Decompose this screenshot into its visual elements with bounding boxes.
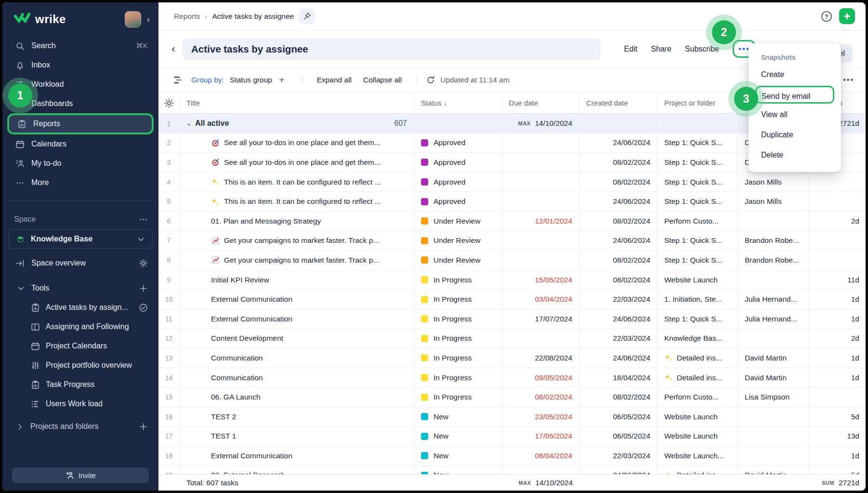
- col-title[interactable]: Title: [180, 93, 414, 113]
- create-new-button[interactable]: +: [839, 8, 855, 24]
- duration-cell[interactable]: 1d: [809, 309, 866, 329]
- invite-button[interactable]: Invite: [12, 467, 149, 483]
- table-row[interactable]: 13CommunicationIn Progress22/08/202424/0…: [158, 348, 866, 368]
- pin-button[interactable]: [299, 9, 315, 24]
- task-title-cell[interactable]: See all your to-dos in one place and get…: [180, 153, 414, 172]
- assignee-cell[interactable]: [738, 329, 809, 348]
- task-title-cell[interactable]: Content Development: [180, 329, 414, 348]
- space-selector[interactable]: Knowledge Base: [8, 229, 153, 249]
- help-button[interactable]: ?: [819, 9, 834, 24]
- due-date-cell[interactable]: [502, 133, 579, 153]
- col-created-date[interactable]: Created date: [579, 93, 658, 113]
- due-date-cell[interactable]: [502, 231, 579, 251]
- add-group-by-icon[interactable]: +: [279, 75, 285, 86]
- share-button[interactable]: Share: [651, 45, 671, 53]
- status-cell[interactable]: In Progress: [414, 348, 502, 368]
- expand-all-button[interactable]: Expand all: [317, 76, 352, 84]
- project-cell[interactable]: Website Launch: [658, 427, 738, 446]
- report-title-input[interactable]: Active tasks by assignee: [183, 39, 601, 60]
- table-row[interactable]: 10External CommunicationIn Progress03/04…: [158, 290, 866, 309]
- duration-cell[interactable]: 13d: [809, 427, 866, 446]
- space-more-icon[interactable]: [138, 214, 148, 224]
- group-by-value[interactable]: Status group: [230, 76, 272, 84]
- edit-button[interactable]: Edit: [624, 45, 638, 53]
- collapse-all-button[interactable]: Collapse all: [363, 76, 402, 84]
- created-date-cell[interactable]: 08/02/2024: [579, 251, 658, 270]
- duration-cell[interactable]: 1d: [809, 368, 866, 387]
- created-date-cell[interactable]: 08/02/2024: [579, 153, 658, 172]
- project-cell[interactable]: Website Launch: [658, 407, 738, 426]
- due-date-cell[interactable]: [502, 251, 579, 270]
- status-cell[interactable]: In Progress: [414, 290, 502, 309]
- table-row[interactable]: 17TEST 1New17/05/202406/05/2024Website L…: [158, 427, 866, 447]
- due-date-cell[interactable]: 17/07/2024: [502, 309, 579, 329]
- table-row[interactable]: 7Get your campaigns to market faster. Tr…: [158, 231, 866, 251]
- project-cell[interactable]: Step 1: Quick S...: [658, 192, 738, 211]
- project-cell[interactable]: Website Launch: [658, 270, 738, 290]
- created-date-cell[interactable]: 08/02/2024: [579, 212, 658, 231]
- add-project-icon[interactable]: [138, 422, 148, 431]
- menu-item-delete[interactable]: Delete: [749, 145, 841, 165]
- duration-cell[interactable]: 5d: [809, 407, 866, 426]
- status-cell[interactable]: In Progress: [414, 270, 502, 290]
- project-cell[interactable]: Step 1: Quick S...: [658, 309, 738, 329]
- created-date-cell[interactable]: 24/06/2024: [579, 192, 658, 211]
- refresh-icon[interactable]: [425, 75, 436, 85]
- group-by-label[interactable]: Group by:: [191, 76, 224, 84]
- status-cell[interactable]: New: [414, 446, 502, 466]
- created-date-cell[interactable]: 24/06/2024: [579, 231, 658, 251]
- status-cell[interactable]: In Progress: [414, 309, 502, 329]
- project-cell[interactable]: 1. Initiation, Ste...: [658, 290, 738, 309]
- task-title-cell[interactable]: Communication: [180, 368, 414, 387]
- tools-section-header[interactable]: Tools: [2, 279, 158, 298]
- table-row[interactable]: 1903. External ResearchNew24/06/2024Deta…: [158, 466, 866, 474]
- due-date-cell[interactable]: 23/05/2024: [502, 407, 579, 426]
- status-cell[interactable]: Approved: [414, 173, 502, 192]
- col-project-or-folder[interactable]: Project or folder: [658, 93, 738, 113]
- status-cell[interactable]: New: [414, 407, 502, 426]
- task-title-cell[interactable]: 06. GA Launch: [180, 387, 414, 407]
- gear-icon[interactable]: [138, 258, 148, 268]
- sidebar-item-search[interactable]: Search⌘K: [2, 36, 158, 55]
- assignee-cell[interactable]: [738, 407, 809, 426]
- user-avatar[interactable]: [125, 11, 141, 27]
- task-title-cell[interactable]: Communication: [180, 348, 414, 368]
- sidebar-item-assigning-and-following[interactable]: Assigning and Following: [2, 317, 158, 336]
- duration-cell[interactable]: [809, 251, 866, 270]
- task-title-cell[interactable]: TEST 2: [180, 407, 414, 426]
- task-title-cell[interactable]: This is an item. It can be configured to…: [180, 192, 414, 211]
- status-cell[interactable]: Approved: [414, 153, 502, 172]
- sidebar-item-space-overview[interactable]: Space overview: [2, 253, 158, 274]
- duration-cell[interactable]: 1d: [809, 290, 866, 309]
- sidebar-item-users-work-load[interactable]: Users Work load: [2, 394, 158, 413]
- wrike-logo[interactable]: wrike: [14, 12, 66, 27]
- task-title-cell[interactable]: External Communication: [180, 309, 414, 329]
- table-row[interactable]: 1506. GA LaunchIn Progress08/02/202408/0…: [158, 387, 866, 407]
- sidebar-item-reports[interactable]: Reports: [7, 113, 154, 134]
- table-row[interactable]: 4This is an item. It can be configured t…: [158, 173, 866, 192]
- status-cell[interactable]: In Progress: [414, 387, 502, 407]
- menu-item-create[interactable]: Create: [749, 65, 841, 85]
- duration-cell[interactable]: 1d: [809, 348, 866, 368]
- due-date-cell[interactable]: 17/05/2024: [502, 427, 579, 446]
- task-title-cell[interactable]: Initial KPI Review: [180, 270, 414, 290]
- sidebar-item-my-to-do[interactable]: My to-do: [2, 154, 158, 173]
- assignee-cell[interactable]: Jason Mills: [738, 192, 809, 211]
- due-date-cell[interactable]: [502, 329, 579, 348]
- sidebar-item-project-portfolio-overview[interactable]: Project portfolio overview: [2, 356, 158, 375]
- assignee-cell[interactable]: David Martin: [738, 368, 809, 387]
- project-cell[interactable]: Detailed ins...: [658, 348, 738, 368]
- created-date-cell[interactable]: 08/02/2024: [579, 173, 658, 192]
- project-cell[interactable]: Step 1: Quick S...: [658, 153, 738, 172]
- due-date-cell[interactable]: 22/08/2024: [502, 348, 579, 368]
- sidebar-item-projects-and-folders[interactable]: Projects and folders: [2, 416, 158, 437]
- table-row[interactable]: 5This is an item. It can be configured t…: [158, 192, 866, 212]
- created-date-cell[interactable]: 06/05/2024: [579, 407, 658, 426]
- assignee-cell[interactable]: [738, 427, 809, 446]
- menu-item-duplicate[interactable]: Duplicate: [749, 125, 841, 145]
- task-title-cell[interactable]: External Communication: [180, 446, 414, 466]
- table-row[interactable]: 8Get your campaigns to market faster. Tr…: [158, 251, 866, 270]
- created-date-cell[interactable]: 18/04/2024: [579, 368, 658, 387]
- created-date-cell[interactable]: 08/02/2024: [579, 270, 658, 290]
- project-cell[interactable]: Step 1: Quick S...: [658, 251, 738, 270]
